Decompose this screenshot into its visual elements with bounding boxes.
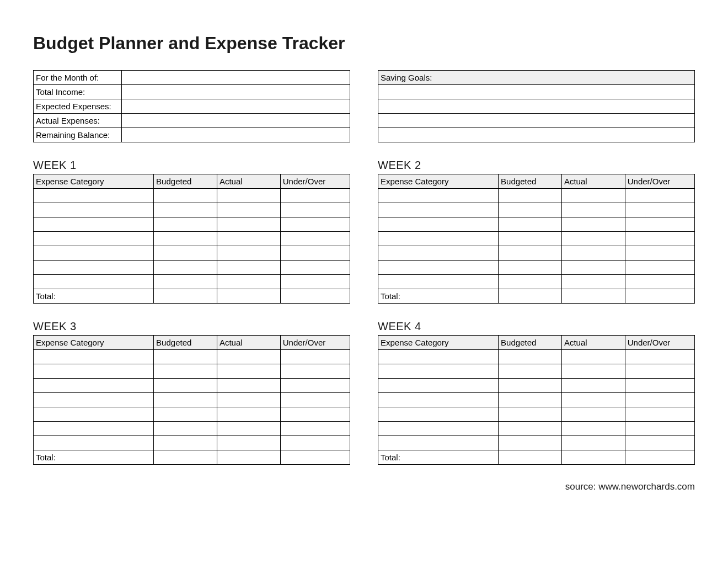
week-cell[interactable] (34, 203, 154, 217)
week-cell[interactable] (34, 261, 154, 275)
week-cell[interactable] (378, 189, 499, 203)
week-cell[interactable] (154, 407, 217, 422)
week-total-cell[interactable] (154, 289, 217, 304)
week-cell[interactable] (378, 217, 499, 232)
week-cell[interactable] (378, 350, 499, 364)
week-cell[interactable] (378, 203, 499, 217)
week-cell[interactable] (625, 379, 694, 393)
summary-value[interactable] (122, 114, 350, 128)
week-cell[interactable] (499, 203, 562, 217)
goals-row[interactable] (378, 99, 695, 114)
week-cell[interactable] (625, 261, 694, 275)
week-cell[interactable] (499, 393, 562, 407)
week-cell[interactable] (561, 246, 625, 261)
week-cell[interactable] (280, 261, 350, 275)
week-total-cell[interactable] (499, 289, 562, 304)
week-total-cell[interactable] (561, 450, 625, 465)
week-cell[interactable] (378, 364, 499, 379)
week-cell[interactable] (499, 407, 562, 422)
goals-row[interactable] (378, 114, 695, 128)
week-cell[interactable] (34, 364, 154, 379)
week-cell[interactable] (625, 189, 694, 203)
week-cell[interactable] (378, 393, 499, 407)
week-cell[interactable] (625, 364, 694, 379)
week-cell[interactable] (217, 261, 280, 275)
week-cell[interactable] (34, 436, 154, 450)
week-total-cell[interactable] (217, 289, 280, 304)
week-cell[interactable] (280, 379, 350, 393)
week-cell[interactable] (217, 189, 280, 203)
week-cell[interactable] (154, 261, 217, 275)
week-cell[interactable] (217, 232, 280, 246)
summary-value[interactable] (122, 99, 350, 114)
week-cell[interactable] (280, 203, 350, 217)
week-cell[interactable] (217, 393, 280, 407)
week-cell[interactable] (625, 350, 694, 364)
week-cell[interactable] (217, 246, 280, 261)
week-cell[interactable] (154, 232, 217, 246)
week-cell[interactable] (154, 275, 217, 289)
week-cell[interactable] (280, 393, 350, 407)
week-cell[interactable] (625, 422, 694, 436)
week-cell[interactable] (34, 275, 154, 289)
week-cell[interactable] (280, 422, 350, 436)
week-cell[interactable] (378, 246, 499, 261)
week-total-cell[interactable] (625, 450, 694, 465)
week-cell[interactable] (561, 350, 625, 364)
summary-value[interactable] (122, 85, 350, 99)
week-cell[interactable] (280, 232, 350, 246)
week-cell[interactable] (561, 203, 625, 217)
goals-row[interactable] (378, 128, 695, 142)
week-cell[interactable] (217, 407, 280, 422)
week-cell[interactable] (34, 189, 154, 203)
week-cell[interactable] (280, 189, 350, 203)
week-cell[interactable] (499, 422, 562, 436)
week-cell[interactable] (499, 261, 562, 275)
week-total-cell[interactable] (154, 450, 217, 465)
week-cell[interactable] (280, 246, 350, 261)
week-cell[interactable] (280, 217, 350, 232)
week-total-cell[interactable] (499, 450, 562, 465)
week-cell[interactable] (217, 364, 280, 379)
week-cell[interactable] (378, 232, 499, 246)
week-cell[interactable] (154, 364, 217, 379)
week-cell[interactable] (499, 189, 562, 203)
week-cell[interactable] (499, 217, 562, 232)
week-cell[interactable] (499, 275, 562, 289)
week-cell[interactable] (154, 203, 217, 217)
week-cell[interactable] (217, 203, 280, 217)
week-cell[interactable] (280, 275, 350, 289)
week-cell[interactable] (217, 436, 280, 450)
week-cell[interactable] (34, 422, 154, 436)
week-cell[interactable] (34, 407, 154, 422)
week-cell[interactable] (34, 232, 154, 246)
week-cell[interactable] (154, 217, 217, 232)
week-cell[interactable] (625, 436, 694, 450)
week-cell[interactable] (561, 364, 625, 379)
week-cell[interactable] (154, 379, 217, 393)
week-cell[interactable] (378, 379, 499, 393)
week-cell[interactable] (34, 393, 154, 407)
week-cell[interactable] (217, 422, 280, 436)
week-cell[interactable] (154, 436, 217, 450)
week-cell[interactable] (499, 436, 562, 450)
week-cell[interactable] (378, 261, 499, 275)
week-cell[interactable] (561, 393, 625, 407)
week-cell[interactable] (561, 422, 625, 436)
week-cell[interactable] (154, 189, 217, 203)
goals-row[interactable] (378, 85, 695, 99)
week-cell[interactable] (499, 379, 562, 393)
week-cell[interactable] (378, 407, 499, 422)
week-cell[interactable] (34, 350, 154, 364)
week-cell[interactable] (561, 261, 625, 275)
week-cell[interactable] (625, 203, 694, 217)
week-cell[interactable] (280, 436, 350, 450)
week-cell[interactable] (154, 350, 217, 364)
week-cell[interactable] (217, 217, 280, 232)
week-cell[interactable] (561, 379, 625, 393)
week-cell[interactable] (561, 217, 625, 232)
week-cell[interactable] (378, 275, 499, 289)
week-cell[interactable] (561, 232, 625, 246)
week-cell[interactable] (625, 393, 694, 407)
week-cell[interactable] (280, 407, 350, 422)
